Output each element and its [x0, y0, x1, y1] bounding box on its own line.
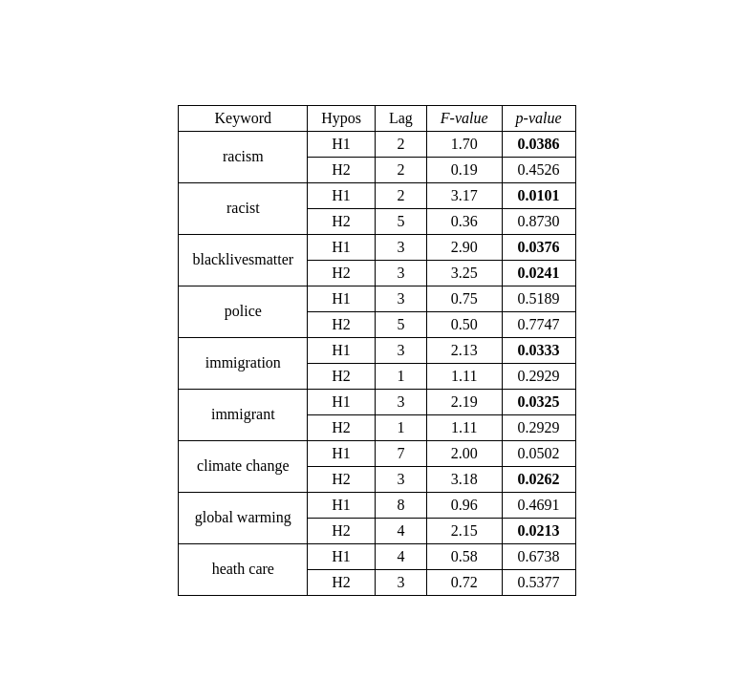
fvalue-cell: 3.18: [426, 466, 502, 492]
keyword-cell: racism: [179, 131, 308, 182]
fvalue-cell: 0.50: [426, 311, 502, 337]
hypo-cell: H2: [308, 569, 376, 595]
fvalue-cell: 1.11: [426, 414, 502, 440]
table-row: heath careH140.580.6738: [179, 543, 575, 569]
pvalue-cell: 0.0262: [502, 466, 575, 492]
table-row: racistH123.170.0101: [179, 182, 575, 208]
table-container: Keyword Hypos Lag F-value p-value racism…: [178, 105, 575, 596]
fvalue-cell: 0.58: [426, 543, 502, 569]
hypo-cell: H1: [308, 337, 376, 363]
table-row: policeH130.750.5189: [179, 286, 575, 311]
fvalue-cell: 0.36: [426, 208, 502, 234]
header-row: Keyword Hypos Lag F-value p-value: [179, 105, 575, 131]
fvalue-cell: 2.90: [426, 234, 502, 260]
pvalue-cell: 0.6738: [502, 543, 575, 569]
pvalue-cell: 0.8730: [502, 208, 575, 234]
pvalue-cell: 0.0333: [502, 337, 575, 363]
header-fvalue: F-value: [426, 105, 502, 131]
table-row: immigrantH132.190.0325: [179, 389, 575, 414]
keyword-cell: immigrant: [179, 389, 308, 440]
pvalue-cell: 0.0101: [502, 182, 575, 208]
lag-cell: 3: [375, 234, 426, 260]
hypo-cell: H2: [308, 157, 376, 182]
pvalue-cell: 0.0502: [502, 440, 575, 466]
table-row: immigrationH132.130.0333: [179, 337, 575, 363]
hypo-cell: H1: [308, 492, 376, 518]
lag-cell: 1: [375, 363, 426, 389]
lag-cell: 2: [375, 157, 426, 182]
pvalue-cell: 0.5189: [502, 286, 575, 311]
lag-cell: 2: [375, 182, 426, 208]
keyword-cell: climate change: [179, 440, 308, 492]
fvalue-cell: 2.19: [426, 389, 502, 414]
fvalue-cell: 1.11: [426, 363, 502, 389]
table-row: racismH121.700.0386: [179, 131, 575, 157]
table-row: global warmingH180.960.4691: [179, 492, 575, 518]
keyword-cell: immigration: [179, 337, 308, 389]
hypo-cell: H1: [308, 182, 376, 208]
lag-cell: 3: [375, 466, 426, 492]
lag-cell: 3: [375, 389, 426, 414]
lag-cell: 5: [375, 208, 426, 234]
hypo-cell: H2: [308, 208, 376, 234]
hypo-cell: H1: [308, 234, 376, 260]
table-row: climate changeH172.000.0502: [179, 440, 575, 466]
hypo-cell: H2: [308, 414, 376, 440]
lag-cell: 5: [375, 311, 426, 337]
fvalue-cell: 2.15: [426, 518, 502, 543]
fvalue-cell: 2.00: [426, 440, 502, 466]
pvalue-cell: 0.0213: [502, 518, 575, 543]
keyword-cell: heath care: [179, 543, 308, 595]
hypo-cell: H2: [308, 260, 376, 286]
pvalue-cell: 0.0241: [502, 260, 575, 286]
hypo-cell: H1: [308, 389, 376, 414]
results-table: Keyword Hypos Lag F-value p-value racism…: [178, 105, 575, 596]
hypo-cell: H2: [308, 363, 376, 389]
fvalue-cell: 0.19: [426, 157, 502, 182]
pvalue-cell: 0.4526: [502, 157, 575, 182]
pvalue-cell: 0.0386: [502, 131, 575, 157]
fvalue-cell: 0.75: [426, 286, 502, 311]
lag-cell: 8: [375, 492, 426, 518]
hypo-cell: H1: [308, 543, 376, 569]
pvalue-cell: 0.4691: [502, 492, 575, 518]
pvalue-cell: 0.7747: [502, 311, 575, 337]
lag-cell: 4: [375, 543, 426, 569]
fvalue-cell: 0.72: [426, 569, 502, 595]
lag-cell: 2: [375, 131, 426, 157]
keyword-cell: police: [179, 286, 308, 337]
lag-cell: 3: [375, 286, 426, 311]
hypo-cell: H2: [308, 311, 376, 337]
pvalue-cell: 0.5377: [502, 569, 575, 595]
lag-cell: 3: [375, 260, 426, 286]
fvalue-cell: 2.13: [426, 337, 502, 363]
lag-cell: 7: [375, 440, 426, 466]
fvalue-cell: 3.17: [426, 182, 502, 208]
keyword-cell: global warming: [179, 492, 308, 543]
fvalue-cell: 3.25: [426, 260, 502, 286]
pvalue-cell: 0.0325: [502, 389, 575, 414]
fvalue-cell: 0.96: [426, 492, 502, 518]
hypo-cell: H2: [308, 466, 376, 492]
fvalue-cell: 1.70: [426, 131, 502, 157]
header-keyword: Keyword: [179, 105, 308, 131]
hypo-cell: H2: [308, 518, 376, 543]
lag-cell: 4: [375, 518, 426, 543]
lag-cell: 3: [375, 337, 426, 363]
keyword-cell: blacklivesmatter: [179, 234, 308, 286]
lag-cell: 3: [375, 569, 426, 595]
hypo-cell: H1: [308, 286, 376, 311]
table-row: blacklivesmatterH132.900.0376: [179, 234, 575, 260]
header-pvalue: p-value: [502, 105, 575, 131]
pvalue-cell: 0.0376: [502, 234, 575, 260]
header-lag: Lag: [375, 105, 426, 131]
lag-cell: 1: [375, 414, 426, 440]
header-hypos: Hypos: [308, 105, 376, 131]
hypo-cell: H1: [308, 131, 376, 157]
hypo-cell: H1: [308, 440, 376, 466]
pvalue-cell: 0.2929: [502, 414, 575, 440]
keyword-cell: racist: [179, 182, 308, 234]
pvalue-cell: 0.2929: [502, 363, 575, 389]
